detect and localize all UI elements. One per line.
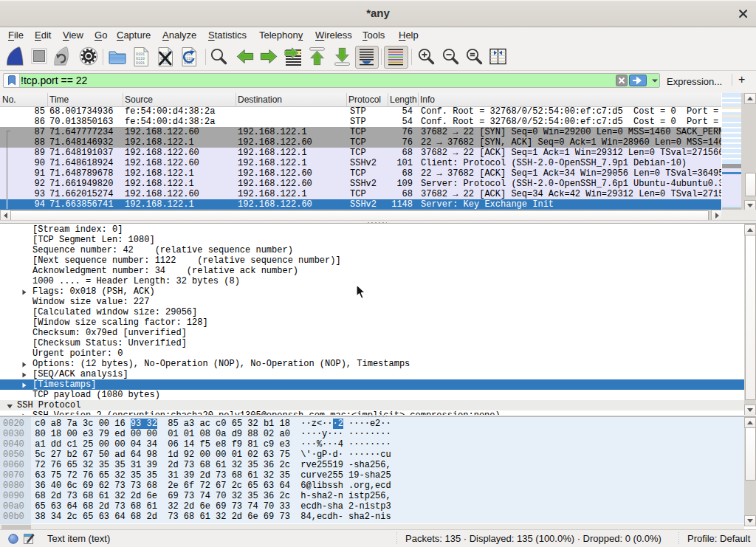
- svg-text:0101: 0101: [136, 61, 145, 66]
